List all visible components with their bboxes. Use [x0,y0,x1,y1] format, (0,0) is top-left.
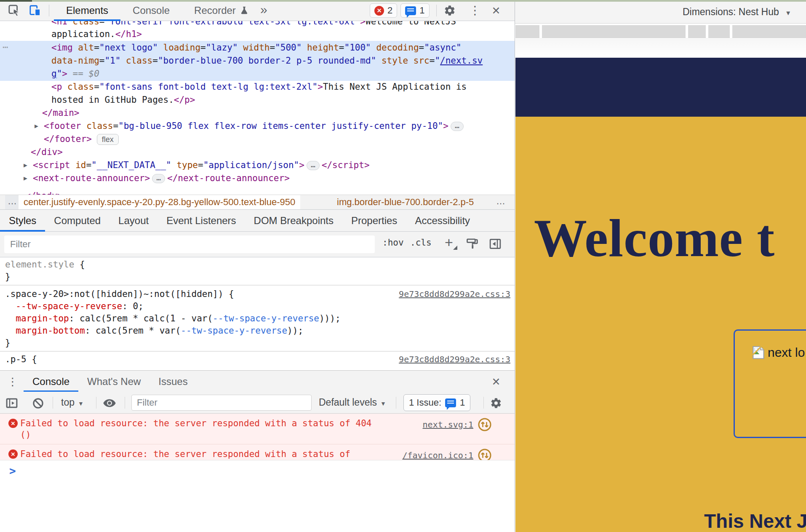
code-line[interactable]: <img alt="next logo" loading="lazy" widt… [51,41,462,54]
page-preview: Dimensions: Nest Hub ▼ Welcome t next lo… [515,0,806,532]
tab-console[interactable]: Console [120,0,182,21]
drawer-close-icon[interactable]: ✕ [489,375,503,388]
drawer-menu-icon[interactable]: ⋮ [6,375,19,388]
code-line[interactable]: <p class="font-sans font-bold text-lg lg… [51,80,467,94]
console-error-row[interactable]: ✕Failed to load resource: the server res… [0,414,515,444]
device-dimensions-selector[interactable]: Dimensions: Nest Hub ▼ [683,0,791,24]
code-line[interactable]: </footer>flex [44,133,119,146]
tab-event-listeners[interactable]: Event Listeners [157,210,245,232]
issues-bubble-icon [445,398,456,407]
menu-icon[interactable]: ⋮ [468,4,482,17]
tab-properties[interactable]: Properties [342,210,406,232]
new-style-rule-button[interactable]: + [445,234,453,251]
more-tabs-icon[interactable]: » [260,3,267,17]
code-line[interactable]: ▶<script id="__NEXT_DATA__" type="applic… [33,159,370,172]
chevron-down-icon: ▼ [785,9,791,16]
code-line[interactable]: </body> [25,190,63,195]
code-line[interactable]: <h1 class="font-serif font-extrabold tex… [51,21,456,28]
tab-accessibility[interactable]: Accessibility [406,210,479,232]
css-rule[interactable]: .space-y-20>:not([hidden])~:not([hidden]… [5,288,515,349]
tab-console-drawer[interactable]: Console [24,371,78,392]
tab-computed[interactable]: Computed [45,210,109,232]
page-heading: Welcome t [534,208,775,269]
toolbar-divider [96,397,96,409]
console-toolbar: top▼ Default levels▼ 1 Issue: 1 [0,392,515,414]
error-source-link[interactable]: /favicon.ico:1 [402,450,473,460]
css-rule[interactable]: element.style {} [5,259,515,283]
issue-count-button[interactable]: 1 Issue: 1 [403,394,470,411]
javascript-context-selector[interactable]: top▼ [61,397,84,408]
code-line[interactable]: ▶<footer class="bg-blue-950 flex flex-ro… [44,120,466,133]
css-variable-link[interactable]: --tw-space-y-reverse [213,313,319,323]
css-rule[interactable]: .p-5 {9e73c8dd8d299a2e.css:3 [5,353,515,366]
css-rule-line: margin-bottom: calc(5rem * var(--tw-spac… [5,325,515,337]
top-edge-strip [0,0,806,2]
css-rule-line: } [5,337,515,349]
rule-divider [0,351,515,352]
code-line[interactable]: </div> [31,146,63,159]
dom-tree[interactable]: ⋯ <h1 class="font-serif font-extrabold t… [0,21,515,195]
rendering-emulation-icon[interactable] [466,237,479,251]
console-filter-input[interactable] [131,395,312,411]
expand-arrow-icon[interactable]: ▶ [24,172,27,185]
tab-elements[interactable]: Elements [54,0,120,21]
device-toolbar: Dimensions: Nest Hub ▼ [515,0,806,24]
pseudo-state-button[interactable]: :hov [382,238,404,248]
settings-icon[interactable] [443,4,456,17]
toolbar-divider [396,397,396,409]
breadcrumb-parent-crumb[interactable]: center.justify-evenly.space-y-20.py-28.b… [19,195,300,209]
image-alt-text: next lo [768,345,805,360]
attribute-link[interactable]: g [51,69,57,79]
code-line[interactable]: g"> == $0 [51,67,99,80]
code-line[interactable]: ▶<next-route-announcer>…</next-route-ann… [33,172,290,185]
page-top-strip [515,38,806,58]
console-prompt[interactable]: > [0,460,515,485]
element-options-icon[interactable]: ⋯ [3,41,8,54]
code-line[interactable]: data-nimg="1" class="border-blue-700 bor… [51,54,483,67]
tab-layout[interactable]: Layout [109,210,157,232]
styles-rules-pane[interactable]: element.style {}.space-y-20>:not([hidden… [0,257,515,370]
error-source-link[interactable]: next.svg:1 [423,420,473,430]
expand-arrow-icon[interactable]: ▶ [24,159,27,172]
tab-dom-breakpoints[interactable]: DOM Breakpoints [245,210,342,232]
close-icon[interactable]: ✕ [489,4,503,17]
expand-arrow-icon[interactable]: ▶ [35,120,38,133]
css-file-link[interactable]: 9e73c8dd8d299a2e.css:3 [399,289,510,299]
clear-console-icon[interactable] [31,396,45,410]
default-levels-dropdown[interactable]: Default levels▼ [319,397,386,408]
devtools-tab-bar: Elements Console Recorder [54,0,261,21]
code-line[interactable]: </main> [42,107,80,120]
live-expression-eye-icon[interactable] [103,396,116,410]
toolbar-divider [49,5,49,16]
inspect-element-icon[interactable] [8,4,21,17]
tab-styles[interactable]: Styles [0,210,45,232]
error-badge[interactable]: ✕ 2 [370,3,397,18]
tab-recorder[interactable]: Recorder [182,0,261,21]
issues-badge[interactable]: 1 [400,3,429,18]
network-request-icon[interactable] [478,417,492,432]
breadcrumb-overflow-right-icon[interactable]: … [496,195,505,209]
code-line[interactable]: hosted in GitHub Pages.</p> [51,94,195,107]
tab-issues[interactable]: Issues [149,371,196,392]
class-toggle-button[interactable]: .cls [410,238,432,248]
css-variable-link[interactable]: --tw-space-y-reverse [181,326,287,336]
console-settings-icon[interactable] [489,396,503,410]
collapse-panel-icon[interactable] [488,237,502,251]
css-file-link[interactable]: 9e73c8dd8d299a2e.css:3 [399,354,510,364]
code-line[interactable]: application.</h1> [51,28,142,41]
tab-whats-new[interactable]: What's New [78,371,149,392]
chevron-down-icon: ▼ [78,400,84,407]
styles-filter-row: :hov .cls + [0,232,515,257]
styles-filter-input[interactable] [4,235,375,253]
breadcrumb-selected-crumb[interactable]: img.border-blue-700.border-2.p-5 [337,195,488,209]
styles-tab-bar: Styles Computed Layout Event Listeners D… [0,210,515,232]
toolbar-divider [125,397,125,409]
breadcrumb-overflow-icon[interactable]: … [5,195,19,209]
css-rule-line: } [5,271,515,283]
console-sidebar-toggle-icon[interactable] [5,396,19,410]
css-rule-line: --tw-space-y-reverse: 0; [5,300,515,313]
toolbar-divider [53,397,53,409]
attribute-link[interactable]: /next.sv [440,56,483,66]
status-badges: ✕ 2 1 [370,3,430,18]
device-toolbar-icon[interactable] [29,4,42,17]
